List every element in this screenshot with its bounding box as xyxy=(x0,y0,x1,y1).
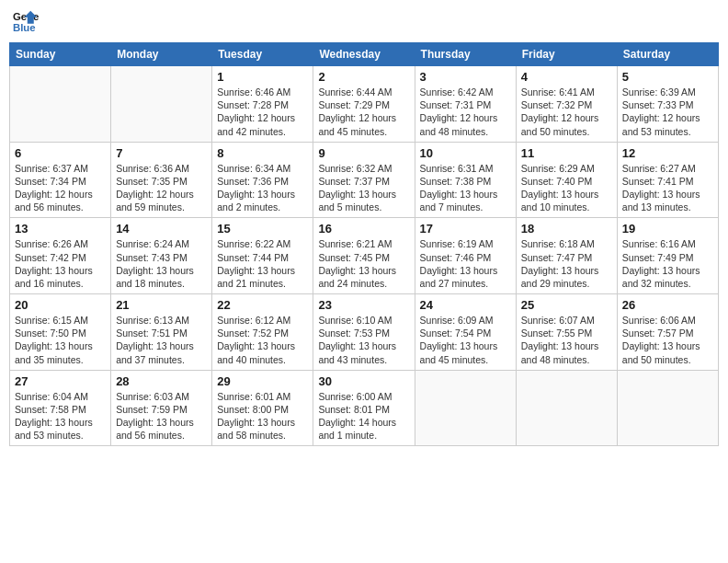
calendar-cell: 1Sunrise: 6:46 AMSunset: 7:28 PMDaylight… xyxy=(212,66,313,143)
day-number: 13 xyxy=(15,222,106,236)
day-number: 10 xyxy=(420,146,511,160)
calendar-cell: 19Sunrise: 6:16 AMSunset: 7:49 PMDayligh… xyxy=(617,218,718,294)
calendar-cell: 4Sunrise: 6:41 AMSunset: 7:32 PMDaylight… xyxy=(516,66,617,143)
day-info: Sunrise: 6:27 AMSunset: 7:41 PMDaylight:… xyxy=(622,162,713,214)
day-number: 30 xyxy=(318,374,409,388)
calendar-cell: 30Sunrise: 6:00 AMSunset: 8:01 PMDayligh… xyxy=(313,370,415,446)
day-info: Sunrise: 6:19 AMSunset: 7:46 PMDaylight:… xyxy=(420,237,511,290)
calendar-cell: 12Sunrise: 6:27 AMSunset: 7:41 PMDayligh… xyxy=(617,142,718,218)
calendar-header-row: SundayMondayTuesdayWednesdayThursdayFrid… xyxy=(10,43,719,66)
calendar-cell: 10Sunrise: 6:31 AMSunset: 7:38 PMDayligh… xyxy=(415,142,516,218)
day-info: Sunrise: 6:00 AMSunset: 8:01 PMDaylight:… xyxy=(318,390,409,442)
day-info: Sunrise: 6:03 AMSunset: 7:59 PMDaylight:… xyxy=(116,390,207,442)
day-number: 1 xyxy=(217,70,308,84)
day-number: 8 xyxy=(217,146,308,160)
calendar-cell: 17Sunrise: 6:19 AMSunset: 7:46 PMDayligh… xyxy=(415,218,516,294)
calendar-cell: 23Sunrise: 6:10 AMSunset: 7:53 PMDayligh… xyxy=(313,294,415,371)
calendar-cell: 29Sunrise: 6:01 AMSunset: 8:00 PMDayligh… xyxy=(212,370,313,446)
calendar-week-row: 20Sunrise: 6:15 AMSunset: 7:50 PMDayligh… xyxy=(10,294,719,371)
day-number: 7 xyxy=(116,146,207,160)
day-number: 29 xyxy=(217,374,308,388)
calendar-cell: 14Sunrise: 6:24 AMSunset: 7:43 PMDayligh… xyxy=(111,218,212,294)
logo-icon: General Blue xyxy=(13,9,39,35)
calendar-week-row: 13Sunrise: 6:26 AMSunset: 7:42 PMDayligh… xyxy=(10,218,719,294)
day-number: 2 xyxy=(318,70,409,84)
day-info: Sunrise: 6:24 AMSunset: 7:43 PMDaylight:… xyxy=(116,237,207,290)
day-number: 27 xyxy=(15,374,106,388)
day-info: Sunrise: 6:31 AMSunset: 7:38 PMDaylight:… xyxy=(420,162,511,214)
day-number: 5 xyxy=(622,70,713,84)
calendar-cell: 11Sunrise: 6:29 AMSunset: 7:40 PMDayligh… xyxy=(516,142,617,218)
calendar-cell: 18Sunrise: 6:18 AMSunset: 7:47 PMDayligh… xyxy=(516,218,617,294)
calendar-cell: 13Sunrise: 6:26 AMSunset: 7:42 PMDayligh… xyxy=(10,218,111,294)
day-info: Sunrise: 6:12 AMSunset: 7:52 PMDaylight:… xyxy=(217,314,308,366)
day-number: 18 xyxy=(521,222,612,236)
calendar-cell: 3Sunrise: 6:42 AMSunset: 7:31 PMDaylight… xyxy=(415,66,516,143)
day-info: Sunrise: 6:22 AMSunset: 7:44 PMDaylight:… xyxy=(217,237,308,290)
day-number: 22 xyxy=(217,298,308,312)
day-info: Sunrise: 6:16 AMSunset: 7:49 PMDaylight:… xyxy=(622,237,713,290)
weekday-header-tuesday: Tuesday xyxy=(212,43,313,66)
calendar-cell: 21Sunrise: 6:13 AMSunset: 7:51 PMDayligh… xyxy=(111,294,212,371)
day-info: Sunrise: 6:04 AMSunset: 7:58 PMDaylight:… xyxy=(15,390,106,442)
weekday-header-saturday: Saturday xyxy=(617,43,718,66)
page-header: General Blue xyxy=(9,9,719,35)
day-info: Sunrise: 6:06 AMSunset: 7:57 PMDaylight:… xyxy=(622,314,713,366)
day-info: Sunrise: 6:46 AMSunset: 7:28 PMDaylight:… xyxy=(217,86,308,138)
day-number: 20 xyxy=(15,298,106,312)
day-info: Sunrise: 6:34 AMSunset: 7:36 PMDaylight:… xyxy=(217,162,308,214)
calendar-cell xyxy=(111,66,212,143)
logo: General Blue xyxy=(13,9,39,35)
day-info: Sunrise: 6:39 AMSunset: 7:33 PMDaylight:… xyxy=(622,86,713,138)
day-number: 25 xyxy=(521,298,612,312)
day-number: 9 xyxy=(318,146,409,160)
calendar-cell xyxy=(516,370,617,446)
day-info: Sunrise: 6:41 AMSunset: 7:32 PMDaylight:… xyxy=(521,86,612,138)
calendar-cell: 20Sunrise: 6:15 AMSunset: 7:50 PMDayligh… xyxy=(10,294,111,371)
day-info: Sunrise: 6:18 AMSunset: 7:47 PMDaylight:… xyxy=(521,237,612,290)
weekday-header-friday: Friday xyxy=(516,43,617,66)
calendar-cell: 2Sunrise: 6:44 AMSunset: 7:29 PMDaylight… xyxy=(313,66,415,143)
calendar-week-row: 27Sunrise: 6:04 AMSunset: 7:58 PMDayligh… xyxy=(10,370,719,446)
day-number: 23 xyxy=(318,298,409,312)
calendar-cell: 25Sunrise: 6:07 AMSunset: 7:55 PMDayligh… xyxy=(516,294,617,371)
day-info: Sunrise: 6:15 AMSunset: 7:50 PMDaylight:… xyxy=(15,314,106,366)
day-number: 15 xyxy=(217,222,308,236)
day-number: 21 xyxy=(116,298,207,312)
calendar-body: 1Sunrise: 6:46 AMSunset: 7:28 PMDaylight… xyxy=(10,66,719,446)
calendar-cell: 24Sunrise: 6:09 AMSunset: 7:54 PMDayligh… xyxy=(415,294,516,371)
day-number: 3 xyxy=(420,70,511,84)
day-info: Sunrise: 6:21 AMSunset: 7:45 PMDaylight:… xyxy=(318,237,409,290)
day-info: Sunrise: 6:10 AMSunset: 7:53 PMDaylight:… xyxy=(318,314,409,366)
day-number: 24 xyxy=(420,298,511,312)
day-info: Sunrise: 6:29 AMSunset: 7:40 PMDaylight:… xyxy=(521,162,612,214)
day-info: Sunrise: 6:01 AMSunset: 8:00 PMDaylight:… xyxy=(217,390,308,442)
day-info: Sunrise: 6:09 AMSunset: 7:54 PMDaylight:… xyxy=(420,314,511,366)
day-number: 12 xyxy=(622,146,713,160)
day-number: 4 xyxy=(521,70,612,84)
calendar-week-row: 6Sunrise: 6:37 AMSunset: 7:34 PMDaylight… xyxy=(10,142,719,218)
calendar-cell: 15Sunrise: 6:22 AMSunset: 7:44 PMDayligh… xyxy=(212,218,313,294)
day-info: Sunrise: 6:13 AMSunset: 7:51 PMDaylight:… xyxy=(116,314,207,366)
calendar-cell: 5Sunrise: 6:39 AMSunset: 7:33 PMDaylight… xyxy=(617,66,718,143)
day-number: 17 xyxy=(420,222,511,236)
calendar-cell: 16Sunrise: 6:21 AMSunset: 7:45 PMDayligh… xyxy=(313,218,415,294)
calendar-cell: 8Sunrise: 6:34 AMSunset: 7:36 PMDaylight… xyxy=(212,142,313,218)
calendar-cell: 27Sunrise: 6:04 AMSunset: 7:58 PMDayligh… xyxy=(10,370,111,446)
day-info: Sunrise: 6:42 AMSunset: 7:31 PMDaylight:… xyxy=(420,86,511,138)
day-info: Sunrise: 6:07 AMSunset: 7:55 PMDaylight:… xyxy=(521,314,612,366)
calendar-cell: 6Sunrise: 6:37 AMSunset: 7:34 PMDaylight… xyxy=(10,142,111,218)
day-info: Sunrise: 6:36 AMSunset: 7:35 PMDaylight:… xyxy=(116,162,207,214)
day-number: 11 xyxy=(521,146,612,160)
day-info: Sunrise: 6:37 AMSunset: 7:34 PMDaylight:… xyxy=(15,162,106,214)
day-number: 16 xyxy=(318,222,409,236)
day-info: Sunrise: 6:44 AMSunset: 7:29 PMDaylight:… xyxy=(318,86,409,138)
calendar-cell: 9Sunrise: 6:32 AMSunset: 7:37 PMDaylight… xyxy=(313,142,415,218)
calendar-cell xyxy=(415,370,516,446)
calendar-cell xyxy=(10,66,111,143)
weekday-header-sunday: Sunday xyxy=(10,43,111,66)
day-info: Sunrise: 6:26 AMSunset: 7:42 PMDaylight:… xyxy=(15,237,106,290)
day-number: 28 xyxy=(116,374,207,388)
calendar-week-row: 1Sunrise: 6:46 AMSunset: 7:28 PMDaylight… xyxy=(10,66,719,143)
weekday-header-monday: Monday xyxy=(111,43,212,66)
